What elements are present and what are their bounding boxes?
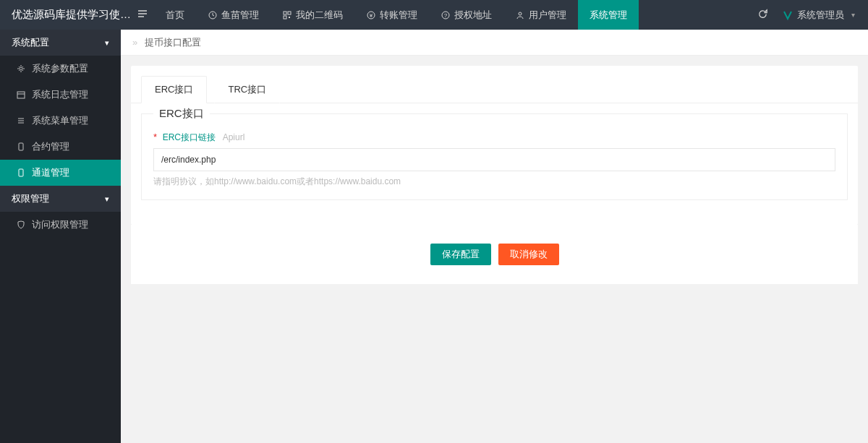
top-nav: 首页 鱼苗管理 我的二维码 ¥转账管理 ?授权地址 用户管理 系统管理 <box>154 0 639 30</box>
field-hint: Apiurl <box>223 132 245 142</box>
list-icon <box>16 116 26 126</box>
nav-fish[interactable]: 鱼苗管理 <box>196 0 271 30</box>
field-label: ERC接口链接 <box>163 132 216 144</box>
menu-toggle-button[interactable] <box>131 9 154 21</box>
v-logo-icon <box>783 10 793 20</box>
sidebar-item-channel[interactable]: 通道管理 <box>0 160 121 186</box>
header-right: 系统管理员 ▾ <box>757 9 868 22</box>
sidebar-item-sysmenu[interactable]: 系统菜单管理 <box>0 108 121 134</box>
fieldset-erc: ERC接口 * ERC接口链接 Apiurl 请指明协议，如http://www… <box>141 113 848 200</box>
field-help: 请指明协议，如http://www.baidu.com或者https://www… <box>153 176 835 188</box>
calendar-icon <box>16 90 26 100</box>
qrcode-icon <box>282 10 292 20</box>
svg-rect-13 <box>19 169 23 176</box>
form-actions: 保存配置 取消修改 <box>131 225 858 284</box>
apiurl-input[interactable] <box>153 148 835 171</box>
main-card: ERC接口 TRC接口 ERC接口 * ERC接口链接 Apiurl 请指明协议… <box>131 66 858 225</box>
tab-erc[interactable]: ERC接口 <box>141 76 207 103</box>
shield-icon <box>16 220 26 230</box>
tabs: ERC接口 TRC接口 <box>131 66 858 103</box>
tab-trc[interactable]: TRC接口 <box>214 76 280 103</box>
cancel-button[interactable]: 取消修改 <box>498 244 559 265</box>
user-icon <box>515 10 525 20</box>
phone-icon <box>16 142 26 152</box>
clock-icon <box>208 10 218 20</box>
sidebar-group-system[interactable]: 系统配置 ▾ <box>0 30 121 56</box>
svg-text:?: ? <box>444 12 448 19</box>
refresh-button[interactable] <box>757 9 768 22</box>
page-title: 提币接口配置 <box>145 37 201 48</box>
phone-icon <box>16 168 26 178</box>
chevron-down-icon: ▾ <box>105 30 109 56</box>
svg-point-9 <box>519 12 522 15</box>
svg-rect-11 <box>17 92 25 98</box>
menu-icon <box>137 9 148 19</box>
save-button[interactable]: 保存配置 <box>430 244 491 265</box>
required-mark: * <box>153 132 157 142</box>
svg-rect-2 <box>288 12 291 14</box>
gear-icon <box>16 64 26 74</box>
content-area: » 提币接口配置 ERC接口 TRC接口 ERC接口 * ERC接口链接 Api… <box>121 30 868 443</box>
nav-users[interactable]: 用户管理 <box>503 0 578 30</box>
nav-transfer[interactable]: ¥转账管理 <box>354 0 429 30</box>
user-menu-button[interactable]: 系统管理员 ▾ <box>783 9 855 22</box>
fieldset-title: ERC接口 <box>153 107 210 121</box>
sidebar-item-accessperm[interactable]: 访问权限管理 <box>0 212 121 238</box>
svg-rect-1 <box>284 12 286 14</box>
chevron-down-icon: ▾ <box>105 186 109 212</box>
logo-text: 优选源码库提供学习使… <box>0 8 131 22</box>
svg-rect-4 <box>289 17 290 18</box>
sidebar-item-syslog[interactable]: 系统日志管理 <box>0 82 121 108</box>
sidebar-item-sysparam[interactable]: 系统参数配置 <box>0 56 121 82</box>
refresh-icon <box>757 9 768 20</box>
svg-rect-3 <box>284 16 286 19</box>
svg-point-10 <box>20 67 22 70</box>
nav-home[interactable]: 首页 <box>154 0 196 30</box>
svg-text:¥: ¥ <box>369 12 373 19</box>
nav-system[interactable]: 系统管理 <box>578 0 639 30</box>
svg-rect-12 <box>19 143 23 150</box>
sidebar: 系统配置 ▾ 系统参数配置 系统日志管理 系统菜单管理 合约管理 通道管理 权限… <box>0 30 121 443</box>
sidebar-group-perm[interactable]: 权限管理 ▾ <box>0 186 121 212</box>
top-header: 优选源码库提供学习使… 首页 鱼苗管理 我的二维码 ¥转账管理 ?授权地址 用户… <box>0 0 868 30</box>
nav-auth-addr[interactable]: ?授权地址 <box>429 0 503 30</box>
sidebar-item-contract[interactable]: 合约管理 <box>0 134 121 160</box>
breadcrumb-sep-icon: » <box>132 37 137 48</box>
questionmark-icon: ? <box>441 10 451 20</box>
form-row-apiurl: * ERC接口链接 Apiurl 请指明协议，如http://www.baidu… <box>153 132 835 188</box>
nav-qrcode[interactable]: 我的二维码 <box>271 0 354 30</box>
chevron-down-icon: ▾ <box>851 11 855 19</box>
yen-icon: ¥ <box>366 10 376 20</box>
breadcrumb: » 提币接口配置 <box>121 30 868 56</box>
